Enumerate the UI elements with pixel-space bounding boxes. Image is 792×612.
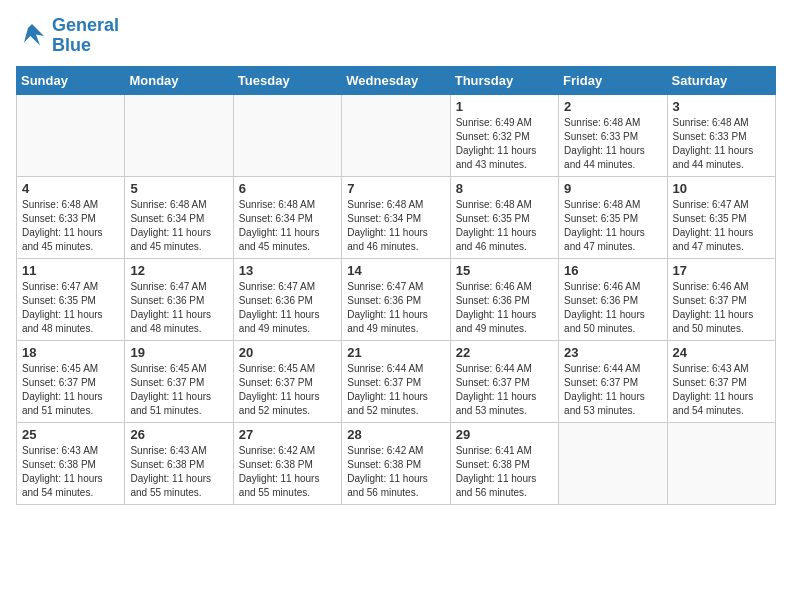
logo-bird-icon bbox=[16, 20, 48, 52]
day-info: Sunrise: 6:44 AMSunset: 6:37 PMDaylight:… bbox=[456, 362, 553, 418]
day-info: Sunrise: 6:45 AMSunset: 6:37 PMDaylight:… bbox=[130, 362, 227, 418]
calendar-cell bbox=[559, 422, 667, 504]
calendar-cell bbox=[342, 94, 450, 176]
calendar-cell: 15Sunrise: 6:46 AMSunset: 6:36 PMDayligh… bbox=[450, 258, 558, 340]
weekday-header-sunday: Sunday bbox=[17, 66, 125, 94]
logo-text: General Blue bbox=[52, 16, 119, 56]
day-number: 22 bbox=[456, 345, 553, 360]
day-info: Sunrise: 6:41 AMSunset: 6:38 PMDaylight:… bbox=[456, 444, 553, 500]
weekday-header-wednesday: Wednesday bbox=[342, 66, 450, 94]
calendar-week-row: 1Sunrise: 6:49 AMSunset: 6:32 PMDaylight… bbox=[17, 94, 776, 176]
day-info: Sunrise: 6:43 AMSunset: 6:38 PMDaylight:… bbox=[130, 444, 227, 500]
day-info: Sunrise: 6:47 AMSunset: 6:35 PMDaylight:… bbox=[673, 198, 770, 254]
day-number: 3 bbox=[673, 99, 770, 114]
day-number: 7 bbox=[347, 181, 444, 196]
day-info: Sunrise: 6:48 AMSunset: 6:34 PMDaylight:… bbox=[347, 198, 444, 254]
day-number: 13 bbox=[239, 263, 336, 278]
day-number: 29 bbox=[456, 427, 553, 442]
calendar-cell bbox=[667, 422, 775, 504]
logo: General Blue bbox=[16, 16, 119, 56]
day-number: 27 bbox=[239, 427, 336, 442]
day-info: Sunrise: 6:47 AMSunset: 6:36 PMDaylight:… bbox=[347, 280, 444, 336]
calendar-cell: 9Sunrise: 6:48 AMSunset: 6:35 PMDaylight… bbox=[559, 176, 667, 258]
day-info: Sunrise: 6:46 AMSunset: 6:36 PMDaylight:… bbox=[564, 280, 661, 336]
weekday-header-tuesday: Tuesday bbox=[233, 66, 341, 94]
day-number: 12 bbox=[130, 263, 227, 278]
calendar-week-row: 18Sunrise: 6:45 AMSunset: 6:37 PMDayligh… bbox=[17, 340, 776, 422]
calendar-cell: 18Sunrise: 6:45 AMSunset: 6:37 PMDayligh… bbox=[17, 340, 125, 422]
day-number: 21 bbox=[347, 345, 444, 360]
calendar-cell: 28Sunrise: 6:42 AMSunset: 6:38 PMDayligh… bbox=[342, 422, 450, 504]
calendar-cell bbox=[125, 94, 233, 176]
calendar-table: SundayMondayTuesdayWednesdayThursdayFrid… bbox=[16, 66, 776, 505]
calendar-cell: 10Sunrise: 6:47 AMSunset: 6:35 PMDayligh… bbox=[667, 176, 775, 258]
day-number: 18 bbox=[22, 345, 119, 360]
header: General Blue bbox=[16, 16, 776, 56]
day-number: 19 bbox=[130, 345, 227, 360]
day-number: 14 bbox=[347, 263, 444, 278]
day-number: 23 bbox=[564, 345, 661, 360]
calendar-cell: 24Sunrise: 6:43 AMSunset: 6:37 PMDayligh… bbox=[667, 340, 775, 422]
day-info: Sunrise: 6:48 AMSunset: 6:34 PMDaylight:… bbox=[130, 198, 227, 254]
day-info: Sunrise: 6:46 AMSunset: 6:37 PMDaylight:… bbox=[673, 280, 770, 336]
day-info: Sunrise: 6:42 AMSunset: 6:38 PMDaylight:… bbox=[239, 444, 336, 500]
day-number: 20 bbox=[239, 345, 336, 360]
day-number: 9 bbox=[564, 181, 661, 196]
day-number: 26 bbox=[130, 427, 227, 442]
calendar-cell: 1Sunrise: 6:49 AMSunset: 6:32 PMDaylight… bbox=[450, 94, 558, 176]
calendar-cell: 17Sunrise: 6:46 AMSunset: 6:37 PMDayligh… bbox=[667, 258, 775, 340]
weekday-header-thursday: Thursday bbox=[450, 66, 558, 94]
calendar-cell: 2Sunrise: 6:48 AMSunset: 6:33 PMDaylight… bbox=[559, 94, 667, 176]
day-number: 5 bbox=[130, 181, 227, 196]
calendar-cell bbox=[233, 94, 341, 176]
day-info: Sunrise: 6:48 AMSunset: 6:35 PMDaylight:… bbox=[564, 198, 661, 254]
calendar-cell: 25Sunrise: 6:43 AMSunset: 6:38 PMDayligh… bbox=[17, 422, 125, 504]
weekday-header-friday: Friday bbox=[559, 66, 667, 94]
calendar-cell: 26Sunrise: 6:43 AMSunset: 6:38 PMDayligh… bbox=[125, 422, 233, 504]
calendar-cell: 11Sunrise: 6:47 AMSunset: 6:35 PMDayligh… bbox=[17, 258, 125, 340]
day-info: Sunrise: 6:42 AMSunset: 6:38 PMDaylight:… bbox=[347, 444, 444, 500]
calendar-cell: 7Sunrise: 6:48 AMSunset: 6:34 PMDaylight… bbox=[342, 176, 450, 258]
calendar-cell: 29Sunrise: 6:41 AMSunset: 6:38 PMDayligh… bbox=[450, 422, 558, 504]
day-info: Sunrise: 6:43 AMSunset: 6:37 PMDaylight:… bbox=[673, 362, 770, 418]
calendar-cell: 8Sunrise: 6:48 AMSunset: 6:35 PMDaylight… bbox=[450, 176, 558, 258]
calendar-cell: 21Sunrise: 6:44 AMSunset: 6:37 PMDayligh… bbox=[342, 340, 450, 422]
calendar-cell: 22Sunrise: 6:44 AMSunset: 6:37 PMDayligh… bbox=[450, 340, 558, 422]
day-number: 11 bbox=[22, 263, 119, 278]
day-number: 8 bbox=[456, 181, 553, 196]
day-number: 28 bbox=[347, 427, 444, 442]
day-number: 15 bbox=[456, 263, 553, 278]
day-info: Sunrise: 6:49 AMSunset: 6:32 PMDaylight:… bbox=[456, 116, 553, 172]
calendar-cell: 23Sunrise: 6:44 AMSunset: 6:37 PMDayligh… bbox=[559, 340, 667, 422]
calendar-week-row: 25Sunrise: 6:43 AMSunset: 6:38 PMDayligh… bbox=[17, 422, 776, 504]
day-info: Sunrise: 6:48 AMSunset: 6:34 PMDaylight:… bbox=[239, 198, 336, 254]
day-info: Sunrise: 6:45 AMSunset: 6:37 PMDaylight:… bbox=[22, 362, 119, 418]
day-number: 6 bbox=[239, 181, 336, 196]
calendar-cell: 12Sunrise: 6:47 AMSunset: 6:36 PMDayligh… bbox=[125, 258, 233, 340]
day-info: Sunrise: 6:45 AMSunset: 6:37 PMDaylight:… bbox=[239, 362, 336, 418]
day-info: Sunrise: 6:44 AMSunset: 6:37 PMDaylight:… bbox=[564, 362, 661, 418]
day-number: 1 bbox=[456, 99, 553, 114]
calendar-week-row: 11Sunrise: 6:47 AMSunset: 6:35 PMDayligh… bbox=[17, 258, 776, 340]
calendar-week-row: 4Sunrise: 6:48 AMSunset: 6:33 PMDaylight… bbox=[17, 176, 776, 258]
svg-marker-0 bbox=[24, 24, 44, 46]
day-info: Sunrise: 6:46 AMSunset: 6:36 PMDaylight:… bbox=[456, 280, 553, 336]
calendar-cell: 20Sunrise: 6:45 AMSunset: 6:37 PMDayligh… bbox=[233, 340, 341, 422]
calendar-cell: 13Sunrise: 6:47 AMSunset: 6:36 PMDayligh… bbox=[233, 258, 341, 340]
calendar-cell: 19Sunrise: 6:45 AMSunset: 6:37 PMDayligh… bbox=[125, 340, 233, 422]
day-info: Sunrise: 6:48 AMSunset: 6:35 PMDaylight:… bbox=[456, 198, 553, 254]
calendar-cell: 16Sunrise: 6:46 AMSunset: 6:36 PMDayligh… bbox=[559, 258, 667, 340]
day-info: Sunrise: 6:44 AMSunset: 6:37 PMDaylight:… bbox=[347, 362, 444, 418]
calendar-cell bbox=[17, 94, 125, 176]
calendar-cell: 14Sunrise: 6:47 AMSunset: 6:36 PMDayligh… bbox=[342, 258, 450, 340]
day-number: 2 bbox=[564, 99, 661, 114]
day-number: 17 bbox=[673, 263, 770, 278]
weekday-header-saturday: Saturday bbox=[667, 66, 775, 94]
calendar-cell: 3Sunrise: 6:48 AMSunset: 6:33 PMDaylight… bbox=[667, 94, 775, 176]
day-info: Sunrise: 6:47 AMSunset: 6:35 PMDaylight:… bbox=[22, 280, 119, 336]
day-info: Sunrise: 6:47 AMSunset: 6:36 PMDaylight:… bbox=[239, 280, 336, 336]
calendar-cell: 4Sunrise: 6:48 AMSunset: 6:33 PMDaylight… bbox=[17, 176, 125, 258]
day-number: 25 bbox=[22, 427, 119, 442]
day-info: Sunrise: 6:47 AMSunset: 6:36 PMDaylight:… bbox=[130, 280, 227, 336]
day-info: Sunrise: 6:48 AMSunset: 6:33 PMDaylight:… bbox=[564, 116, 661, 172]
